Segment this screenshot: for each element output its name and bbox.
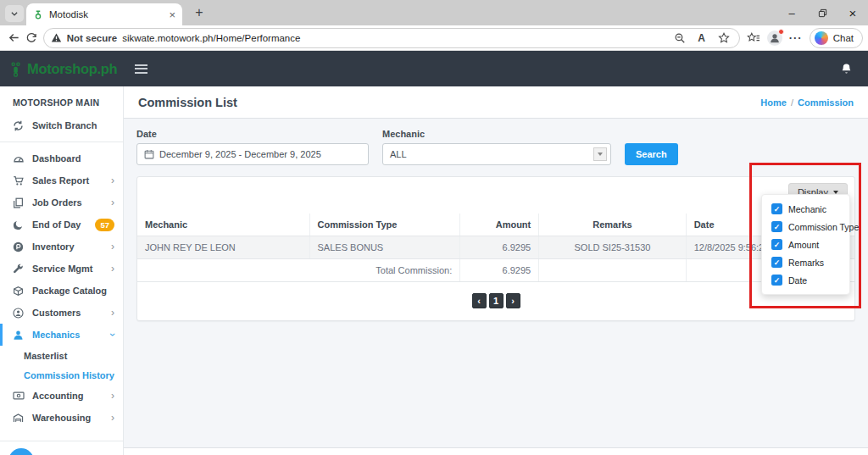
brand-text: Motorshop.ph (27, 61, 117, 77)
sidebar-item-sales-report[interactable]: Sales Report › (0, 169, 123, 191)
read-aloud-button[interactable]: A (693, 32, 710, 44)
zoom-out-button[interactable] (671, 32, 688, 44)
back-arrow-icon (8, 31, 20, 44)
not-secure-warning-icon (51, 32, 62, 43)
checkbox-checked-icon[interactable]: ✓ (771, 239, 782, 250)
notification-dot (778, 29, 784, 35)
sidebar-user-panel[interactable]: connery Owner (0, 441, 123, 455)
cell-remarks: SOLD SI25-31530 (539, 236, 686, 259)
sidebar-item-switch-branch[interactable]: Switch Branch (0, 114, 123, 136)
sidebar-item-warehousing[interactable]: Warehousing › (0, 407, 123, 429)
end-of-day-badge: 57 (95, 219, 114, 231)
main-content: Commission List Home / Commission Date (124, 86, 868, 455)
brand-logo[interactable]: Motorshop.ph (0, 61, 124, 77)
chevron-right-icon: › (111, 175, 114, 186)
date-filter-group: Date December 9, 2025 - December 9, 2025 (136, 129, 369, 165)
cell-commission-type: SALES BONUS (309, 236, 460, 259)
table-header-row: Mechanic Commission Type Amount Remarks … (137, 214, 854, 236)
sidebar-item-commission-history[interactable]: Commission History (0, 365, 123, 385)
warehouse-icon (12, 413, 25, 424)
caret-down-icon (598, 153, 603, 156)
page-title: Commission List (138, 96, 237, 109)
magnifier-minus-icon (674, 32, 686, 44)
new-tab-button[interactable]: + (191, 5, 208, 20)
money-icon (12, 391, 25, 401)
sidebar-item-customers[interactable]: Customers › (0, 302, 123, 324)
cell-mechanic: JOHN REY DE LEON (137, 236, 309, 259)
mechanic-select[interactable]: ALL (382, 143, 611, 165)
menu-item-mechanic[interactable]: ✓ Mechanic (762, 200, 849, 218)
column-header-commission-type[interactable]: Commission Type (309, 214, 460, 236)
sidebar-divider (0, 141, 123, 142)
user-avatar (8, 448, 34, 455)
restore-button[interactable] (807, 8, 837, 18)
chat-label: Chat (833, 33, 854, 43)
sidebar-item-service-mgmt[interactable]: Service Mgmt › (0, 258, 123, 280)
menu-item-date[interactable]: ✓ Date (762, 271, 849, 289)
app-navbar: Motorshop.ph (0, 51, 868, 86)
dashboard-icon (12, 153, 25, 164)
back-button[interactable] (5, 31, 22, 44)
pagination-next-button[interactable]: › (506, 293, 520, 308)
search-button[interactable]: Search (625, 143, 678, 165)
date-range-input[interactable]: December 9, 2025 - December 9, 2025 (136, 143, 369, 165)
checkbox-checked-icon[interactable]: ✓ (771, 221, 782, 232)
sidebar-item-dashboard[interactable]: Dashboard (0, 147, 123, 169)
column-header-remarks[interactable]: Remarks (539, 214, 686, 236)
pagination-page-1-button[interactable]: 1 (489, 293, 504, 308)
chevron-right-icon: › (111, 308, 114, 318)
menu-item-amount[interactable]: ✓ Amount (762, 236, 849, 253)
motorcycle-logo-icon (8, 61, 25, 77)
wrench-icon (12, 264, 25, 275)
pagination-prev-button[interactable]: ‹ (472, 293, 487, 308)
checkbox-checked-icon[interactable]: ✓ (771, 275, 782, 286)
checkbox-checked-icon[interactable]: ✓ (771, 203, 782, 214)
chevron-right-icon: › (111, 391, 114, 401)
tab-title: Motodisk (49, 9, 163, 19)
browser-menu-button[interactable]: ··· (789, 31, 803, 44)
copilot-chat-button[interactable]: Chat (810, 28, 863, 48)
sidebar-toggle-button[interactable] (135, 64, 147, 74)
checkbox-checked-icon[interactable]: ✓ (771, 257, 782, 268)
not-secure-label[interactable]: Not secure (67, 33, 117, 43)
sidebar-item-package-catalog[interactable]: Package Catalog (0, 280, 123, 302)
close-window-button[interactable]: × (837, 6, 868, 20)
breadcrumb-home-link[interactable]: Home (760, 97, 787, 108)
sidebar-item-mechanics[interactable]: Mechanics › (0, 324, 123, 346)
table-row[interactable]: JOHN REY DE LEON SALES BONUS 6.9295 SOLD… (137, 236, 854, 259)
calendar-icon (144, 149, 154, 159)
package-icon (12, 286, 25, 297)
column-header-amount[interactable]: Amount (460, 214, 539, 236)
sidebar-item-inventory[interactable]: Inventory › (0, 236, 123, 258)
tab-close-icon[interactable]: × (169, 9, 175, 20)
menu-item-remarks[interactable]: ✓ Remarks (762, 253, 849, 271)
url-bar[interactable]: Not secure sikwate.motowork.ph/Home/Perf… (43, 28, 740, 48)
notifications-button[interactable] (840, 63, 868, 75)
sidebar-item-masterlist[interactable]: Masterlist (0, 346, 123, 365)
reload-button[interactable] (22, 32, 39, 44)
tab-search-button[interactable] (5, 5, 24, 22)
commission-table: Mechanic Commission Type Amount Remarks … (137, 214, 854, 282)
url-text[interactable]: sikwate.motowork.ph/Home/Performance (122, 33, 666, 43)
chevron-down-icon: › (108, 333, 118, 336)
chevron-right-icon: › (111, 197, 114, 208)
breadcrumb-current-link[interactable]: Commission (798, 97, 854, 108)
favorites-bar-button[interactable] (747, 32, 760, 44)
menu-item-commission-type[interactable]: ✓ Commission Type (762, 218, 849, 236)
browser-tab[interactable]: Motodisk × (26, 3, 182, 25)
add-favorite-button[interactable] (715, 32, 732, 44)
select-dropdown-button[interactable] (593, 147, 607, 161)
sidebar-item-end-of-day[interactable]: End of Day 57 (0, 214, 123, 236)
mechanic-filter-label: Mechanic (382, 129, 611, 139)
minimize-button[interactable]: – (776, 7, 807, 19)
browser-window: Motodisk × + – × (0, 0, 868, 455)
sidebar-item-job-orders[interactable]: Job Orders › (0, 191, 123, 214)
column-header-mechanic[interactable]: Mechanic (137, 214, 309, 236)
pagination: ‹ 1 › (137, 293, 854, 308)
display-columns-menu: ✓ Mechanic ✓ Commission Type ✓ Amount ✓ … (761, 194, 850, 295)
sidebar-item-accounting[interactable]: Accounting › (0, 385, 123, 407)
commission-card: Display Mechanic Commission Type Amount … (136, 176, 855, 321)
browser-profile-button[interactable] (767, 31, 782, 46)
bell-icon (840, 63, 853, 75)
date-range-value: December 9, 2025 - December 9, 2025 (159, 149, 321, 159)
